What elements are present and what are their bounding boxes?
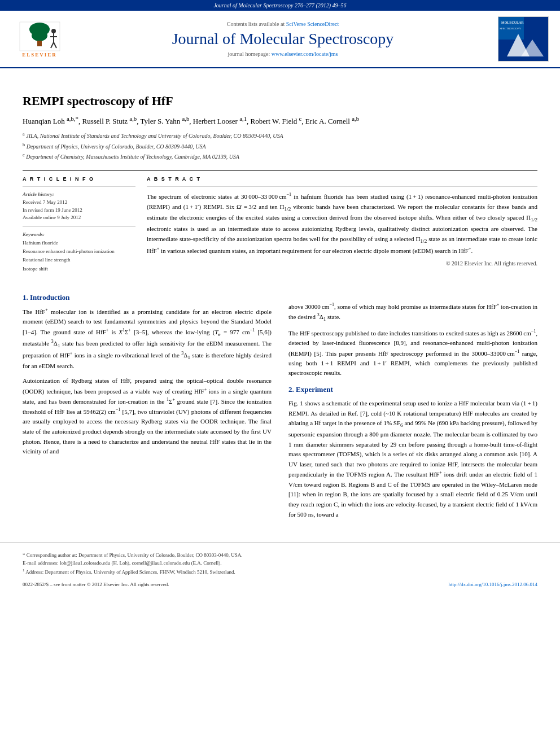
footer-bottom: 0022-2852/$ – see front matter © 2012 El… xyxy=(23,582,537,587)
copyright: © 2012 Elsevier Inc. All rights reserved… xyxy=(147,260,537,267)
banner-text: Journal of Molecular Spectroscopy 276–27… xyxy=(213,2,346,8)
homepage-link[interactable]: www.elsevier.com/locate/jms xyxy=(272,51,338,57)
keywords-label: Keywords: xyxy=(23,231,135,237)
footnote-email: E-mail addresses: loh@jilau1.colorado.ed… xyxy=(23,559,537,567)
footnote-corresponding: * Corresponding author at: Department of… xyxy=(23,551,537,559)
journal-header: ELSEVIER Contents lists available at Sci… xyxy=(0,11,560,68)
affil-c: Department of Chemistry, Massachusetts I… xyxy=(26,154,239,160)
keywords-list: Hafnium fluoride Resonance enhanced mult… xyxy=(23,239,135,273)
affil-a: JILA, National Institute of Standards an… xyxy=(26,133,283,139)
available-date: Available online 9 July 2012 xyxy=(23,214,135,222)
page-footer: * Corresponding author at: Department of… xyxy=(0,542,560,593)
revised-date: In revised form 19 June 2012 xyxy=(23,207,135,215)
main-content: REMPI spectroscopy of HfF Huanqian Loh a… xyxy=(0,68,560,531)
svg-point-3 xyxy=(32,30,47,41)
right-para-2: The HfF spectroscopy published to date i… xyxy=(288,328,537,378)
exp-heading: 2. Experiment xyxy=(288,385,537,394)
top-banner: Journal of Molecular Spectroscopy 276–27… xyxy=(0,0,560,11)
article-title: REMPI spectroscopy of HfF xyxy=(23,94,537,108)
svg-text:MOLECULAR: MOLECULAR xyxy=(501,21,524,24)
intro-heading: 1. Introduction xyxy=(23,293,272,302)
footnote-1: 1 Address: Department of Physics, Univer… xyxy=(23,567,537,576)
sciverse-link[interactable]: SciVerse ScienceDirect xyxy=(286,21,339,27)
elsevier-label: ELSEVIER xyxy=(22,52,57,58)
elsevier-logo: ELSEVIER xyxy=(11,21,68,58)
intro-para-1: The HfF+ molecular ion is identified as … xyxy=(23,307,272,372)
affiliations: a JILA, National Institute of Standards … xyxy=(23,130,537,161)
body-right-col: above 30000 cm−1, some of which may hold… xyxy=(288,285,537,519)
footnotes: * Corresponding author at: Department of… xyxy=(23,551,537,576)
keyword-3: Rotational line strength xyxy=(23,256,135,264)
thin-divider-1 xyxy=(23,186,135,187)
affil-b: Department of Physics, University of Col… xyxy=(27,143,206,150)
journal-homepage: journal homepage: www.elsevier.com/locat… xyxy=(79,51,487,57)
elsevier-mark xyxy=(19,21,61,52)
abstract-section-label: A B S T R A C T xyxy=(147,176,537,182)
abstract-col: A B S T R A C T The spectrum of electron… xyxy=(147,176,537,273)
thin-divider-abstract xyxy=(147,186,537,187)
sciverse-prefix: Contents lists available at xyxy=(227,21,285,27)
issn-text: 0022-2852/$ – see front matter © 2012 El… xyxy=(23,582,169,587)
body-content: 1. Introduction The HfF+ molecular ion i… xyxy=(23,285,537,519)
keyword-2: Resonance enhanced multi-photon ionizati… xyxy=(23,247,135,256)
right-para-1: above 30000 cm−1, some of which may hold… xyxy=(288,302,537,324)
article-info-abstract: A R T I C L E I N F O Article history: R… xyxy=(23,176,537,273)
journal-title: Journal of Molecular Spectroscopy xyxy=(79,30,487,48)
keyword-4: Isotope shift xyxy=(23,265,135,273)
keyword-1: Hafnium fluoride xyxy=(23,239,135,247)
authors: Huanqian Loh a,b,*, Russell P. Stutz a,b… xyxy=(23,115,537,126)
svg-text:SPECTROSCOPY: SPECTROSCOPY xyxy=(500,27,521,30)
doi-link[interactable]: http://dx.doi.org/10.1016/j.jms.2012.06.… xyxy=(448,582,537,587)
svg-rect-4 xyxy=(37,41,42,46)
svg-point-5 xyxy=(51,29,56,33)
article-info-col: A R T I C L E I N F O Article history: R… xyxy=(23,176,135,273)
divider-1 xyxy=(23,170,537,171)
sciverse-line: Contents lists available at SciVerse Sci… xyxy=(79,21,487,27)
intro-para-2: Autoionization of Rydberg states of HfF,… xyxy=(23,376,272,457)
journal-right-logo: MOLECULAR SPECTROSCOPY xyxy=(498,16,549,62)
page: Journal of Molecular Spectroscopy 276–27… xyxy=(0,0,560,747)
history-label: Article history: xyxy=(23,191,135,197)
abstract-text: The spectrum of electronic states at 30 … xyxy=(147,191,537,256)
received-date: Received 7 May 2012 xyxy=(23,199,135,207)
thin-divider-2 xyxy=(23,226,135,227)
exp-para: Fig. 1 shows a schematic of the experime… xyxy=(288,399,537,519)
journal-center: Contents lists available at SciVerse Sci… xyxy=(68,21,498,57)
body-left-col: 1. Introduction The HfF+ molecular ion i… xyxy=(23,285,272,519)
article-info-label: A R T I C L E I N F O xyxy=(23,176,135,182)
